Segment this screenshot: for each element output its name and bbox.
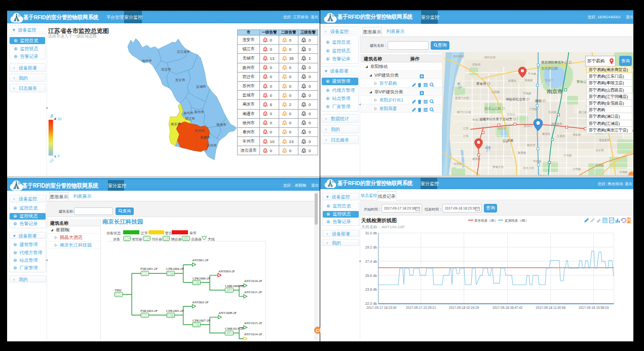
svg-text:PSR1003-2F: PSR1003-2F <box>140 309 158 312</box>
svg-text:2017-09-18 06:47:42: 2017-09-18 06:47:42 <box>493 306 523 309</box>
svg-text:ANT1014-2F: ANT1014-2F <box>244 332 262 336</box>
svg-text:内环北线: 内环北线 <box>484 56 496 59</box>
svg-text:江东: 江东 <box>463 134 469 138</box>
svg-text:ANT1011-2F: ANT1011-2F <box>244 290 262 294</box>
svg-text:内环西线: 内环西线 <box>453 55 465 58</box>
svg-text:南湖路: 南湖路 <box>472 157 481 160</box>
svg-text:瑞金路: 瑞金路 <box>573 133 581 136</box>
svg-text:徐州市: 徐州市 <box>142 59 152 63</box>
svg-text:鼓楼区: 鼓楼区 <box>508 79 517 82</box>
svg-text:2017-09-17 18:23:40: 2017-09-17 18:23:40 <box>366 306 397 309</box>
svg-text:玄武门: 玄武门 <box>545 79 553 82</box>
svg-text:25.6 db: 25.6 db <box>365 274 377 277</box>
svg-text:光华路: 光华路 <box>595 164 604 167</box>
svg-text:新街口: 新街口 <box>524 124 533 128</box>
svg-text:CPR1005-2F: CPR1005-2F <box>166 309 184 312</box>
svg-text:朝天宫: 朝天宫 <box>527 144 536 147</box>
svg-text:山西路: 山西路 <box>491 90 500 94</box>
svg-text:20: 20 <box>58 117 62 121</box>
svg-text:莫愁湖: 莫愁湖 <box>498 127 506 130</box>
svg-text:大明路: 大明路 <box>573 167 581 170</box>
svg-text:宿迁市: 宿迁市 <box>161 67 171 72</box>
svg-text:2017-09-17 22:29:21: 2017-09-17 22:29:21 <box>406 306 436 309</box>
svg-text:模子江大道: 模子江大道 <box>457 111 471 114</box>
svg-text:湖南路: 湖南路 <box>524 79 533 82</box>
svg-text:2017-09-18 11:40:56: 2017-09-18 11:40:56 <box>536 306 565 309</box>
svg-text:应天大街: 应天大街 <box>523 166 535 170</box>
svg-text:0: 0 <box>58 154 60 158</box>
svg-text:定淮门大街: 定淮门大街 <box>455 96 469 100</box>
svg-text:五台山: 五台山 <box>507 113 515 116</box>
svg-text:光华路: 光华路 <box>619 170 628 174</box>
svg-text:五老村: 五老村 <box>557 134 565 138</box>
svg-text:宁海路: 宁海路 <box>523 92 532 95</box>
svg-text:集庆路: 集庆路 <box>518 151 526 154</box>
svg-text:淮安市: 淮安市 <box>175 78 185 82</box>
svg-text:瑞金新村: 瑞金新村 <box>599 138 611 142</box>
svg-text:大光路: 大光路 <box>563 154 572 157</box>
svg-text:27.4 db: 27.4 db <box>365 260 377 263</box>
svg-text:ANT1010-2F: ANT1010-2F <box>244 279 262 283</box>
svg-text:广州路: 广州路 <box>529 108 538 111</box>
svg-text:中央路: 中央路 <box>528 72 537 75</box>
svg-text:梅园新村: 梅园新村 <box>551 122 563 126</box>
svg-text:多: 多 <box>50 114 54 118</box>
svg-text:傅抱石纪念馆 ◎: 傅抱石纪念馆 ◎ <box>506 97 530 101</box>
svg-text:CPR1007-2F: CPR1007-2F <box>193 319 210 322</box>
svg-text:T002: T002 <box>115 288 122 292</box>
svg-text:南京市: 南京市 <box>547 88 563 94</box>
svg-text:ANT003-2F: ANT003-2F <box>218 269 235 273</box>
svg-text:无锡市: 无锡市 <box>200 135 210 139</box>
svg-text:江东: 江东 <box>463 127 469 130</box>
svg-text:清凉山公园 ◎: 清凉山公园 ◎ <box>484 107 505 111</box>
svg-text:CPR1004-2F: CPR1004-2F <box>166 267 184 270</box>
svg-text:29.2 db: 29.2 db <box>365 245 377 249</box>
svg-text:ANT002-2F: ANT002-2F <box>192 300 209 304</box>
svg-text:榴园 ◎: 榴园 ◎ <box>535 99 546 103</box>
svg-text:盐城市: 盐城市 <box>196 85 206 88</box>
svg-text:ANT001-2F: ANT001-2F <box>192 258 209 262</box>
svg-text:秦淮区: 秦淮区 <box>542 132 551 136</box>
svg-text:镇江市: 镇江市 <box>184 117 195 121</box>
svg-text:中华路: 中华路 <box>533 160 542 163</box>
svg-text:南京国际展览中心 ◎: 南京国际展览中心 ◎ <box>541 60 572 64</box>
svg-text:扬州市: 扬州市 <box>183 111 194 115</box>
svg-text:ANT1008-2F: ANT1008-2F <box>218 311 237 314</box>
svg-text:月牙湖: 月牙湖 <box>595 149 604 152</box>
svg-text:连云港市: 连云港市 <box>177 50 191 54</box>
svg-text:31.0 db: 31.0 db <box>365 231 377 235</box>
svg-text:◎ 水榭: ◎ 水榭 <box>503 138 514 142</box>
svg-text:2017-09-18 15:58:03: 2017-09-18 15:58:03 <box>579 306 609 309</box>
svg-text:少: 少 <box>50 158 54 163</box>
svg-text:梦都大街: 梦都大街 <box>493 165 504 169</box>
svg-text:PSR1001-2F: PSR1001-2F <box>140 267 158 270</box>
svg-text:CPR1006-2F: CPR1006-2F <box>193 276 210 280</box>
svg-text:苏州市: 苏州市 <box>206 144 217 147</box>
svg-text:南京市: 南京市 <box>171 122 181 126</box>
svg-text:2017-09-18 02:24:29: 2017-09-18 02:24:29 <box>449 306 479 309</box>
svg-text:月安街: 月安街 <box>453 162 462 166</box>
svg-text:22.0 db: 22.0 db <box>365 302 377 305</box>
svg-text:CMR1009-2F: CMR1009-2F <box>225 284 244 288</box>
svg-text:玄武湖公园: 玄武湖公园 <box>541 66 558 71</box>
svg-text:南通市: 南通市 <box>216 123 226 126</box>
svg-text:泰州市: 泰州市 <box>194 110 204 114</box>
svg-text:沃拓街: 沃拓街 <box>472 63 481 66</box>
svg-text:玄武区: 玄武区 <box>548 111 557 114</box>
svg-text:龙蟠里社区浆子活动室 ◎: 龙蟠里社区浆子活动室 ◎ <box>479 117 517 121</box>
svg-text:紫金山: 紫金山 <box>576 80 587 83</box>
svg-text:常州市: 常州市 <box>195 129 205 132</box>
svg-text:紫金塔 ◎: 紫金塔 ◎ <box>476 82 490 86</box>
svg-text:23.8 db: 23.8 db <box>365 288 377 291</box>
svg-text:南湖: 南湖 <box>485 146 490 149</box>
svg-text:ANT1015-2F: ANT1015-2F <box>244 321 262 325</box>
svg-text:CMR1013-2F: CMR1013-2F <box>225 327 244 330</box>
